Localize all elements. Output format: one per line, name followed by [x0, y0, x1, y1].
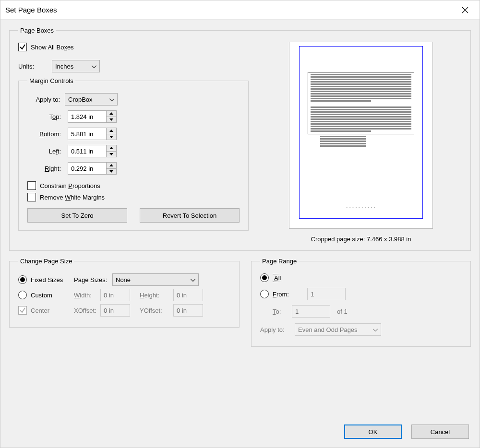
change-page-size-group: Change Page Size Fixed Sizes Page Sizes:…	[9, 258, 240, 328]
titlebar: Set Page Boxes	[0, 0, 480, 20]
ok-button[interactable]: OK	[344, 424, 402, 439]
chevron-down-icon	[109, 96, 114, 103]
spin-up-icon[interactable]	[107, 128, 116, 134]
custom-label: Custom	[31, 292, 74, 299]
spin-up-icon[interactable]	[107, 145, 116, 152]
xoffset-label: XOffset:	[74, 307, 100, 314]
from-input: 1	[307, 288, 346, 300]
height-label: Height:	[140, 292, 173, 299]
bottom-label: Bottom:	[27, 130, 68, 138]
to-input: 1	[292, 305, 330, 318]
dialog-title: Set Page Boxes	[5, 6, 456, 14]
close-icon[interactable]	[456, 3, 475, 17]
spin-up-icon[interactable]	[107, 111, 116, 117]
to-label: To:	[273, 308, 292, 315]
chevron-down-icon	[191, 276, 195, 283]
top-spinbox[interactable]: 1.824 in	[68, 110, 117, 123]
top-input: 1.824 in	[68, 110, 106, 123]
custom-radio[interactable]	[18, 291, 27, 299]
spin-down-icon[interactable]	[107, 152, 116, 157]
show-all-boxes-checkbox[interactable]	[18, 43, 27, 51]
set-to-zero-button[interactable]: Set To Zero	[27, 208, 127, 223]
spin-up-icon[interactable]	[107, 163, 116, 169]
bottom-spinbox[interactable]: 5.881 in	[68, 128, 117, 140]
constrain-row[interactable]: Constrain Proportions	[27, 181, 240, 190]
from-radio[interactable]	[260, 290, 269, 298]
chevron-down-icon	[92, 63, 96, 70]
fixed-sizes-label: Fixed Sizes	[31, 276, 74, 283]
page-sizes-select[interactable]: None	[112, 273, 199, 286]
change-page-size-legend: Change Page Size	[18, 258, 74, 265]
remove-white-label: Remove White Margins	[40, 194, 105, 201]
xoffset-input: 0 in	[100, 304, 130, 317]
page-preview: • • • • • • • • • •	[289, 42, 433, 229]
constrain-checkbox[interactable]	[27, 181, 36, 190]
preview-caption: Cropped page size: 7.466 x 3.988 in	[311, 236, 411, 243]
set-page-boxes-dialog: Set Page Boxes Page Boxes Show All Boxes…	[0, 0, 480, 448]
chevron-down-icon	[373, 326, 378, 333]
page-sizes-label: Page Sizes:	[74, 276, 112, 283]
margin-controls-group: Margin Controls Apply to: CropBox Top:	[18, 77, 249, 231]
top-label: Top:	[27, 113, 68, 120]
units-select[interactable]: Inches	[52, 60, 100, 72]
units-label: Units:	[18, 63, 52, 70]
show-all-boxes-label: Show All Boxes	[31, 44, 74, 51]
spin-down-icon[interactable]	[107, 169, 116, 175]
range-apply-to-label: Apply to:	[260, 326, 295, 333]
from-label: From:	[273, 291, 307, 298]
cancel-button[interactable]: Cancel	[411, 424, 469, 439]
width-label: Width:	[74, 292, 100, 299]
page-boxes-legend: Page Boxes	[18, 27, 56, 34]
width-input: 0 in	[100, 289, 130, 301]
height-input: 0 in	[173, 289, 203, 301]
range-apply-to-select: Even and Odd Pages	[295, 323, 381, 336]
fixed-sizes-radio[interactable]	[18, 275, 27, 284]
constrain-label: Constrain Proportions	[40, 182, 100, 189]
right-label: Right:	[27, 165, 68, 172]
page-boxes-group: Page Boxes Show All Boxes Units: Inches	[9, 27, 471, 251]
center-checkbox	[18, 306, 27, 315]
revert-button[interactable]: Revert To Selection	[140, 208, 240, 223]
right-spinbox[interactable]: 0.292 in	[68, 162, 117, 175]
left-spinbox[interactable]: 0.511 in	[68, 145, 117, 157]
center-label: Center	[31, 307, 74, 314]
spin-down-icon[interactable]	[107, 117, 116, 123]
of-label: of 1	[337, 308, 348, 315]
left-label: Left:	[27, 148, 68, 155]
spin-down-icon[interactable]	[107, 134, 116, 140]
yoffset-label: YOffset:	[140, 307, 173, 314]
margin-controls-legend: Margin Controls	[27, 77, 75, 84]
yoffset-input: 0 in	[173, 304, 203, 317]
remove-white-row[interactable]: Remove White Margins	[27, 193, 240, 201]
all-radio[interactable]	[260, 273, 269, 282]
page-range-legend: Page Range	[260, 258, 299, 265]
show-all-boxes-row[interactable]: Show All Boxes	[18, 43, 249, 51]
apply-to-label: Apply to:	[27, 96, 65, 103]
remove-white-checkbox[interactable]	[27, 193, 36, 201]
page-range-group: Page Range All From: 1 To: 1 of 1	[251, 258, 471, 347]
preview-text	[311, 74, 411, 201]
apply-to-select[interactable]: CropBox	[65, 93, 118, 106]
all-label: All	[273, 274, 282, 282]
